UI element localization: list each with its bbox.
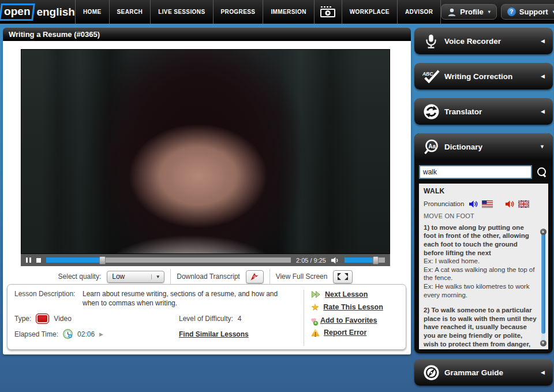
pdf-icon	[250, 272, 260, 281]
quality-label: Select quality:	[58, 272, 102, 281]
next-lesson-link[interactable]: Next Lesson	[311, 290, 403, 298]
dictionary-search-input[interactable]	[419, 165, 532, 179]
example-1b: Ex: A cat was walking along the top of t…	[424, 266, 538, 282]
support-button[interactable]: ? Support ▾	[501, 4, 554, 20]
svg-text:ABC: ABC	[422, 71, 433, 77]
quality-dropdown-icon: ▼	[151, 274, 164, 279]
support-label: Support	[519, 8, 548, 16]
video-time: 2:05 / 9:25	[296, 257, 326, 264]
lesson-title: Writing a Resume (#0365)	[9, 30, 100, 39]
volume-fill	[345, 257, 373, 263]
video-progress-handle[interactable]	[99, 256, 106, 264]
sense-heading: MOVE ON FOOT	[424, 212, 538, 221]
writing-correction-panel[interactable]: ABC Writing Correction ◀	[414, 63, 553, 89]
grammar-guide-label: Grammar Guide	[444, 368, 541, 377]
nav-menu: HOME SEARCH LIVE SESSIONS PROGRESS IMMER…	[75, 0, 441, 24]
lesson-actions: Next Lesson ★ Rate This Lesson ♥+ Add to…	[304, 290, 403, 346]
logo-open-text: open	[4, 5, 30, 18]
difficulty-value: 4	[238, 315, 242, 323]
report-error-link[interactable]: ! Report Error	[311, 328, 403, 337]
dictionary-expand-icon[interactable]: ▼	[540, 144, 545, 150]
scroll-down-icon[interactable]: ▼	[540, 340, 546, 346]
fullscreen-label: View Full Screen	[276, 272, 328, 281]
description-label: Lesson Description:	[14, 290, 79, 308]
scrollbar-thumb[interactable]	[541, 233, 545, 334]
dictionary-result: WALK Pronunciation	[419, 184, 548, 349]
scroll-up-icon[interactable]: ▲	[540, 229, 546, 235]
voice-recorder-collapse-icon[interactable]: ◀	[541, 38, 545, 44]
open-english-logo[interactable]: open english	[0, 0, 75, 24]
description-text: Learn about resume writing, sections of …	[83, 290, 296, 308]
voice-recorder-panel[interactable]: Voice Recorder ◀	[414, 28, 553, 54]
writing-correction-label: Writing Correction	[444, 72, 541, 81]
translator-collapse-icon[interactable]: ◀	[541, 109, 545, 114]
nav-item-immersion[interactable]: IMMERSION	[263, 0, 313, 24]
dictionary-label: Dictionary	[444, 143, 540, 151]
writing-correction-collapse-icon[interactable]: ◀	[541, 73, 545, 79]
lesson-title-bar: Writing a Resume (#0365)	[3, 28, 411, 41]
person-icon	[447, 8, 456, 17]
grammar-guide-collapse-icon[interactable]: ◀	[541, 369, 545, 375]
video-progress-bar[interactable]	[46, 257, 291, 263]
dictionary-word: WALK	[424, 187, 538, 196]
add-favorites-link[interactable]: ♥+ Add to Favorites	[311, 316, 403, 324]
report-error-label: Report Error	[324, 328, 366, 337]
rate-lesson-link[interactable]: ★ Rate This Lesson	[311, 303, 403, 312]
nav-item-progress[interactable]: PROGRESS	[213, 0, 263, 24]
quality-select[interactable]: Low ▼	[107, 271, 164, 283]
video-sessions-icon[interactable]	[314, 0, 342, 24]
volume-handle[interactable]	[373, 256, 379, 264]
dictionary-scrollbar[interactable]: ▲ ▼	[540, 229, 546, 346]
profile-label: Profile	[460, 8, 483, 16]
profile-button[interactable]: Profile ▾	[441, 4, 496, 20]
video-player: 2:05 / 9:25	[21, 49, 390, 266]
rate-lesson-label: Rate This Lesson	[323, 303, 383, 311]
logo-frame: open	[0, 3, 35, 21]
stop-button[interactable]	[36, 258, 41, 263]
download-transcript-button[interactable]	[246, 270, 264, 283]
divider	[170, 269, 171, 284]
elapsed-value: 02:06	[77, 330, 95, 338]
pronunciation-row: Pronunciation	[424, 200, 538, 208]
type-value: Video	[54, 315, 71, 323]
nav-right-buttons: Profile ▾ ? Support ▾ Log out	[441, 0, 554, 24]
warning-icon: !	[311, 329, 320, 337]
next-lesson-label: Next Lesson	[325, 290, 368, 298]
plus-badge-icon: +	[313, 321, 318, 326]
uk-audio-icon[interactable]	[506, 200, 514, 208]
transcript-label: Download Transcript	[177, 272, 239, 281]
add-favorites-label: Add to Favorites	[320, 316, 377, 324]
dictionary-header[interactable]: Aa Dictionary ▼	[414, 133, 553, 160]
top-nav: open english HOME SEARCH LIVE SESSIONS P…	[0, 0, 554, 24]
nav-item-live-sessions[interactable]: LIVE SESSIONS	[150, 0, 212, 24]
search-icon[interactable]	[537, 167, 547, 177]
nav-item-home[interactable]: HOME	[75, 0, 109, 24]
pause-button[interactable]	[26, 257, 31, 263]
compass-icon	[422, 365, 440, 380]
microphone-icon	[422, 34, 440, 48]
warning-glyph: !	[311, 331, 320, 337]
speaker-icon[interactable]	[331, 257, 339, 264]
fullscreen-icon	[337, 272, 349, 281]
resume-play-icon[interactable]: ▶	[99, 331, 103, 337]
fullscreen-button[interactable]	[333, 270, 353, 283]
video-controls: 2:05 / 9:25	[21, 254, 390, 266]
translator-panel[interactable]: Translator ◀	[414, 98, 553, 125]
pronunciation-label: Pronunciation	[424, 200, 464, 208]
dictionary-panel: Aa Dictionary ▼ WALK Pronunciation	[414, 133, 553, 353]
difficulty-label: Level of Difficulty:	[179, 315, 233, 323]
volume-slider[interactable]	[345, 257, 385, 263]
nav-item-workplace[interactable]: WORKPLACE	[342, 0, 397, 24]
grammar-guide-panel[interactable]: Grammar Guide ◀	[414, 359, 553, 386]
us-audio-icon[interactable]	[469, 200, 478, 208]
find-similar-link[interactable]: Find Similar Lessons	[179, 330, 249, 338]
lesson-info-left: Lesson Description: Learn about resume w…	[14, 290, 301, 346]
dictionary-icon: Aa	[422, 139, 440, 155]
heart-icon: ♥+	[311, 316, 316, 324]
nav-item-search[interactable]: SEARCH	[109, 0, 151, 24]
definition-2: 2) To walk someone to a particular place…	[424, 306, 538, 349]
question-icon: ?	[507, 8, 516, 16]
nav-item-advisor[interactable]: ADVISOR	[397, 0, 440, 24]
video-type-icon	[36, 313, 49, 324]
video-display[interactable]	[21, 49, 390, 254]
